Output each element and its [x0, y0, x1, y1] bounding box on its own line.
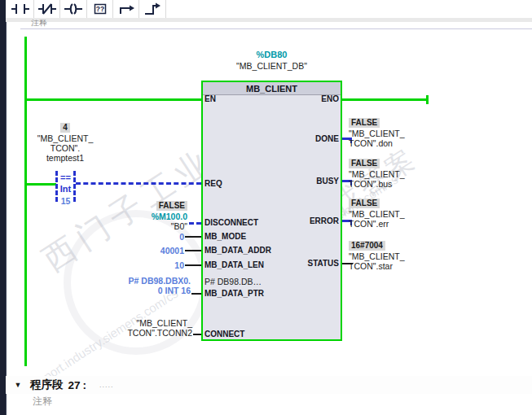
error-operand[interactable]: FALSE "MB_CLIENT_ TCON".err [349, 194, 405, 229]
close-branch-icon [143, 2, 162, 16]
toolbar-separator [86, 0, 87, 18]
mb-mode-wire [185, 236, 201, 238]
network-27-header[interactable]: ▼ 程序段 27 : ..... [6, 376, 532, 394]
power-rail [24, 37, 27, 366]
network-label: 程序段 [30, 378, 64, 392]
insert-empty-box-button[interactable]: ?? [88, 0, 112, 18]
toolbar-lower-strip [6, 18, 532, 22]
coil-icon [64, 2, 83, 16]
insert-nc-contact-button[interactable] [35, 0, 59, 18]
compare-value[interactable]: 15 [55, 196, 76, 206]
instance-db-name[interactable]: "MB_CLIENT_DB" [201, 61, 342, 71]
toolbar-separator [165, 0, 166, 18]
operand-address: %M100.0 [104, 212, 187, 221]
connect-wire [193, 334, 201, 335]
en-wire [27, 98, 201, 101]
mb-data-len-value[interactable]: 10 [143, 260, 184, 270]
mb-data-len-wire [185, 264, 201, 266]
operand-line: TCON".TCONN2 [122, 328, 192, 338]
disconnect-wire [189, 222, 201, 225]
open-branch-button[interactable] [114, 0, 138, 18]
insert-coil-button[interactable] [61, 0, 86, 18]
eno-wire-end-tick [426, 95, 429, 104]
open-branch-icon [117, 2, 136, 16]
done-operand[interactable]: FALSE "MB_CLIENT_ TCON".don [349, 114, 405, 148]
operand-line: "MB_CLIENT_ [349, 209, 405, 219]
operand-line: "MB_CLIENT_ [122, 318, 192, 328]
pin-mb-data-len: MB_DATA_LEN [204, 260, 264, 269]
pin-eno: ENO [269, 94, 339, 103]
eno-wire [342, 98, 428, 101]
network-colon: : [83, 379, 87, 391]
pin-mb-data-ptr-inline-value[interactable]: P# DB98.DB… [204, 277, 262, 286]
operand-line: TCON".star [349, 261, 405, 271]
monitor-value-badge: 4 [60, 123, 70, 133]
pin-connect: CONNECT [204, 330, 244, 339]
value-line: 0 INT 16 [114, 286, 191, 295]
network-comment-placeholder[interactable]: 注释 [33, 395, 52, 408]
monitor-value-badge: FALSE [349, 118, 380, 128]
empty-box-icon: ?? [90, 2, 110, 16]
req-signal-wire [76, 182, 201, 185]
status-operand[interactable]: 16#7004 "MB_CLIENT_ TCON".star [349, 237, 405, 271]
toolbar-separator [138, 0, 139, 18]
mb-data-ptr-wire [191, 293, 201, 295]
lad-favorites-toolbar: ?? [6, 0, 532, 18]
monitor-value-badge: FALSE [156, 201, 187, 211]
operand-line: "B0" [104, 221, 187, 231]
operand-line: "MB_CLIENT_ [20, 133, 110, 143]
operand-line: TCON".don [349, 138, 405, 148]
mb-client-block[interactable]: MB_CLIENT [201, 81, 342, 341]
monitor-value-badge: FALSE [349, 199, 380, 208]
operand-line: "MB_CLIENT_ [349, 129, 405, 138]
mb-data-addr-value[interactable]: 40001 [143, 246, 184, 256]
collapse-triangle-icon[interactable]: ▼ [6, 381, 30, 389]
empty-box-label: ?? [95, 5, 103, 13]
mb-data-addr-wire [185, 250, 201, 251]
toolbar-separator [112, 0, 113, 18]
req-branch-wire [27, 183, 56, 186]
pin-error: ERROR [269, 216, 339, 225]
network-title-placeholder[interactable]: ..... [99, 381, 114, 389]
toolbar-separator [59, 0, 60, 18]
network-number: 27 [68, 379, 81, 391]
monitor-value-badge: FALSE [349, 159, 380, 168]
toolbar-separator [33, 0, 34, 18]
value-line: P# DB98.DBX0. [114, 276, 191, 286]
pin-disconnect: DISCONNECT [204, 218, 258, 227]
block-title: MB_CLIENT [203, 82, 341, 95]
pin-mb-data-addr: MB_DATA_ADDR [204, 246, 271, 255]
instance-db-address[interactable]: %DB80 [201, 50, 342, 59]
compare-type[interactable]: Int [55, 184, 76, 194]
pin-en: EN [204, 94, 216, 103]
pin-done: DONE [269, 134, 339, 143]
pin-req: REQ [204, 179, 222, 188]
left-edge-panel [0, 0, 7, 415]
nc-contact-icon [37, 2, 57, 16]
pin-status: STATUS [269, 259, 339, 268]
mb-mode-value[interactable]: 0 [143, 232, 184, 242]
operand-line: "MB_CLIENT_ [349, 169, 405, 179]
compare-operator[interactable]: == [55, 173, 76, 182]
no-contact-icon [11, 2, 30, 16]
contact-operand[interactable]: 4 "MB_CLIENT_ TCON". temptest1 [20, 119, 110, 163]
operand-line: TCON".err [349, 219, 405, 229]
mb-data-ptr-value[interactable]: P# DB98.DBX0. 0 INT 16 [114, 276, 191, 295]
lad-editor-window: ?? 注释 [0, 0, 532, 415]
disconnect-operand[interactable]: FALSE %M100.0 "B0" [104, 197, 187, 231]
pin-mb-mode: MB_MODE [204, 232, 246, 241]
operand-line: TCON". [20, 143, 110, 153]
insert-no-contact-button[interactable] [8, 0, 32, 18]
pin-busy: BUSY [269, 177, 339, 186]
previous-network-comment[interactable]: 注释 [31, 20, 80, 28]
operand-line: temptest1 [20, 153, 110, 163]
operand-line: TCON".bus [349, 179, 405, 189]
monitor-value-badge: 16#7004 [349, 241, 385, 251]
close-branch-button[interactable] [140, 0, 165, 18]
operand-line: "MB_CLIENT_ [349, 251, 405, 261]
connect-operand[interactable]: "MB_CLIENT_ TCON".TCONN2 [122, 318, 192, 338]
pin-mb-data-ptr: MB_DATA_PTR [204, 289, 264, 298]
busy-operand[interactable]: FALSE "MB_CLIENT_ TCON".bus [349, 155, 405, 189]
network-divider-line [20, 28, 532, 29]
